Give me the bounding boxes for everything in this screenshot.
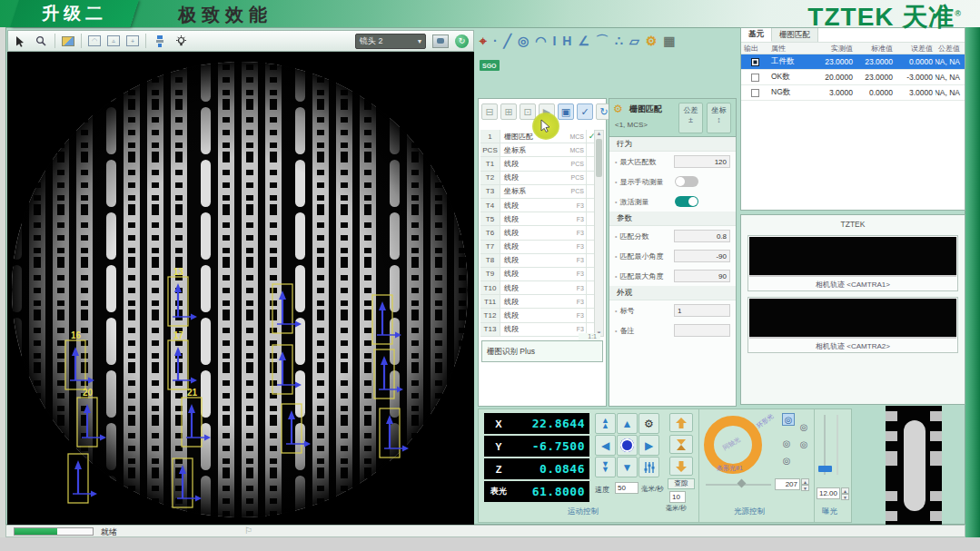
param-input[interactable]: 120 — [674, 155, 730, 168]
import-icon[interactable]: ⊞ — [500, 103, 517, 120]
gap-value-input[interactable]: 10 — [669, 491, 686, 503]
line-tool-icon[interactable]: ╱ — [504, 34, 511, 47]
section-title: 外观 — [609, 286, 736, 300]
arc-tool-icon[interactable]: ◠ — [535, 34, 546, 47]
zoom-tool-icon[interactable] — [34, 34, 48, 48]
trace-plot-area — [749, 299, 956, 339]
point-tool-icon[interactable]: · — [493, 34, 498, 47]
jog-down-fast-button[interactable]: ▼▼ — [595, 457, 616, 477]
light-intensity-slider[interactable] — [706, 484, 771, 486]
light-mode-4-icon[interactable]: ◎ — [797, 438, 810, 450]
focus-tool-icon[interactable] — [153, 34, 167, 48]
autofocus-button[interactable] — [669, 435, 693, 454]
erase-tool-icon[interactable]: ▱ — [629, 34, 639, 47]
check-view-icon[interactable]: ✓ — [577, 103, 593, 120]
param-input[interactable]: -90 — [674, 250, 730, 262]
exposure-spinner[interactable]: ▲▼ — [841, 487, 849, 500]
light-value-input[interactable]: 207 — [775, 478, 800, 490]
scrollbar-thumb[interactable] — [596, 139, 602, 177]
param-input[interactable]: 0.8 — [674, 230, 730, 242]
light-mode-ring-icon[interactable]: ◎ — [782, 413, 795, 426]
param-input[interactable] — [674, 324, 730, 337]
image-icon[interactable] — [62, 36, 74, 46]
slider-handle[interactable] — [737, 479, 747, 488]
wafer-image-canvas[interactable]: 13 16 17 20 21 — [7, 52, 474, 525]
circle-tool-icon[interactable]: ◎ — [518, 34, 529, 47]
camera-capture-button[interactable] — [432, 34, 449, 48]
list-item[interactable]: T1线段PCS — [480, 157, 597, 171]
scatter-tool-icon[interactable]: ∴ — [615, 34, 623, 47]
feature-list-scrollbar[interactable]: ▲ ▼ — [594, 130, 604, 337]
list-item[interactable]: T11线段F3 — [480, 295, 597, 309]
stop-button[interactable] — [617, 435, 638, 456]
list-item[interactable]: T10线段F3 — [480, 281, 597, 295]
lamp-icon[interactable] — [173, 34, 188, 48]
scroll-up-icon[interactable]: ▲ — [595, 131, 603, 136]
table-row[interactable]: 工件数23.000023.00000.0000NA, NA — [741, 54, 965, 70]
jog-left-button[interactable]: ◀ — [595, 435, 616, 456]
z-up-button[interactable] — [669, 413, 693, 432]
tab-1[interactable]: 基元 — [741, 28, 772, 42]
jog-settings-button[interactable]: ⚙ — [638, 413, 659, 434]
tolerance-button[interactable]: 公差± — [678, 103, 703, 133]
width-tool-icon[interactable]: H — [562, 34, 571, 47]
list-item[interactable]: T3坐标系PCS — [480, 185, 597, 199]
grid-view-icon[interactable]: ▣ — [558, 103, 574, 120]
angle-tool-icon[interactable]: ∠ — [578, 34, 589, 47]
flag-icon[interactable]: ⚐ — [244, 526, 252, 536]
match-panel-header: ⚙ 栅图匹配 <1, MCS> 公差± 坐标↕ — [609, 99, 736, 137]
light-mode-5-icon[interactable]: ◎ — [780, 454, 793, 467]
toggle-switch[interactable] — [675, 176, 698, 187]
list-item[interactable]: T6线段F3 — [480, 226, 597, 240]
joystick-config-button[interactable] — [638, 457, 659, 477]
z-down-button[interactable] — [669, 457, 693, 476]
output-checkbox[interactable] — [751, 89, 759, 97]
param-input[interactable]: 1 — [674, 304, 730, 317]
jog-up-button[interactable]: ▲ — [617, 413, 638, 434]
jog-up-fast-button[interactable]: ▲▲ — [595, 413, 616, 434]
list-item[interactable]: T4线段F3 — [480, 199, 597, 212]
save-icon[interactable]: ⊡ — [520, 103, 536, 120]
list-item-ref: MCS — [564, 147, 586, 153]
gap-check-button[interactable]: 查隙 — [668, 478, 695, 489]
exposure-value-input[interactable]: 12.00 — [817, 487, 840, 499]
light-mode-2-icon[interactable]: ◎ — [797, 420, 810, 433]
lens-channel-dropdown[interactable]: 镜头 2▾ — [355, 34, 426, 49]
light-mode-3-icon[interactable]: ◎ — [780, 437, 793, 449]
list-item[interactable]: T2线段PCS — [480, 172, 597, 185]
toggle-switch[interactable] — [675, 196, 698, 207]
open-program-icon[interactable]: ⊟ — [481, 103, 498, 120]
zoom-region-icon[interactable]: + — [126, 35, 139, 46]
light-value-spinner[interactable]: ▲▼ — [801, 478, 809, 491]
table-row[interactable]: OK数20.000023.0000-3.0000NA, NA — [741, 70, 965, 85]
fit-width-icon[interactable]: ▵ — [107, 35, 120, 46]
speed-input[interactable]: 50 — [615, 482, 638, 494]
list-item[interactable]: T7线段F3 — [480, 241, 597, 254]
selected-element-box[interactable]: 1:1 栅图识别 Plus — [481, 340, 603, 362]
distance-tool-icon[interactable]: I — [552, 34, 556, 47]
cursor-tool-icon[interactable] — [13, 34, 27, 48]
curve-tool-icon[interactable]: ⌒ — [596, 34, 609, 47]
calculator-icon[interactable]: ▦ — [663, 34, 675, 47]
list-item[interactable]: T12线段F3 — [480, 309, 597, 322]
param-label: 备注 — [619, 326, 634, 336]
list-item[interactable]: T8线段F3 — [480, 254, 597, 268]
list-item[interactable]: PCS坐标系MCS — [480, 143, 597, 157]
output-checkbox-cell — [741, 54, 768, 69]
fit-window-icon[interactable]: ◠ — [88, 35, 101, 46]
list-item[interactable]: T9线段F3 — [480, 268, 597, 281]
jog-right-button[interactable]: ▶ — [638, 435, 659, 456]
list-item-name: 线段 — [500, 201, 564, 211]
coordinate-button[interactable]: 坐标↕ — [707, 103, 731, 133]
output-checkbox[interactable] — [751, 58, 759, 66]
list-item-ref: F3 — [564, 271, 586, 277]
output-checkbox[interactable] — [751, 74, 759, 82]
table-row[interactable]: NG数3.00000.00003.0000NA, NA — [741, 85, 965, 101]
param-input[interactable]: 90 — [674, 270, 730, 282]
list-item[interactable]: T5线段F3 — [480, 212, 597, 226]
exposure-slider-handle[interactable] — [818, 466, 832, 472]
sync-globe-icon[interactable]: ↻ — [455, 34, 469, 48]
settings-gears-icon[interactable]: ⚙ — [646, 34, 658, 47]
jog-down-button[interactable]: ▼ — [617, 457, 638, 477]
coordinate-system-icon[interactable]: ⌖ — [480, 34, 487, 47]
